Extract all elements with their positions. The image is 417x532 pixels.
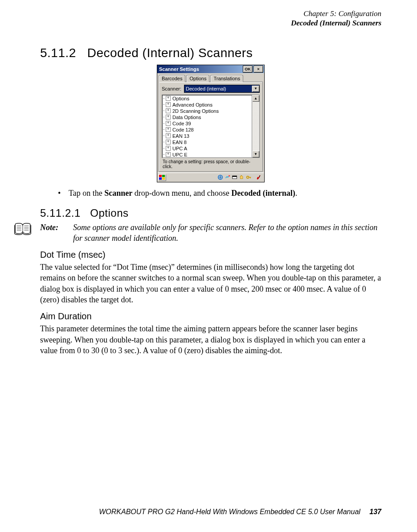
scroll-down-icon[interactable]: ▼: [252, 151, 259, 157]
close-button[interactable]: ×: [253, 66, 263, 73]
hand-icon: [239, 174, 245, 180]
svg-rect-3: [233, 176, 237, 177]
system-tray: [216, 174, 263, 181]
windows-flag-icon: [159, 175, 165, 180]
page-footer: WORKABOUT PRO G2 Hand-Held With Windows …: [99, 508, 381, 516]
subsection-title: Options: [90, 207, 128, 219]
instruction-text: Tap on the Scanner drop-down menu, and c…: [69, 189, 381, 198]
tab-translations[interactable]: Translations: [210, 75, 243, 82]
subsection-num: 5.11.2.1: [40, 207, 81, 219]
section-title: Decoded (Internal) Scanners: [87, 46, 253, 60]
tab-barcodes[interactable]: Barcodes: [159, 75, 185, 82]
svg-point-4: [247, 176, 249, 178]
globe-icon: [217, 174, 223, 180]
tree-item[interactable]: +Code 39: [162, 120, 252, 127]
tree-item[interactable]: +UPC A: [162, 145, 252, 152]
scanner-dropdown[interactable]: Decoded (internal) ▼: [184, 85, 260, 93]
scanner-settings-dialog: Scanner Settings OK × Barcodes Options T…: [157, 65, 265, 182]
footer-page-number: 137: [369, 508, 381, 516]
header-section: Decoded (Internal) Scanners: [40, 18, 381, 28]
tab-panel: Scanner: Decoded (internal) ▼ +Options +…: [159, 82, 263, 172]
bullet-icon: •: [58, 189, 69, 198]
start-button[interactable]: [158, 174, 166, 181]
section-heading-5-11-2-1: 5.11.2.1 Options: [40, 207, 381, 219]
ok-button[interactable]: OK: [243, 66, 253, 73]
scanner-row: Scanner: Decoded (internal) ▼: [162, 85, 260, 93]
key-icon: [246, 174, 252, 180]
scanner-label: Scanner:: [162, 86, 181, 91]
dialog-titlebar: Scanner Settings OK ×: [157, 65, 264, 73]
header-chapter: Chapter 5: Configuration: [40, 9, 381, 18]
tree-item[interactable]: +Data Options: [162, 114, 252, 120]
note-label: Note:: [40, 222, 66, 233]
tree-item[interactable]: +Advanced Options: [162, 102, 252, 108]
tab-options[interactable]: Options: [186, 75, 209, 82]
paragraph-dot-time: The value selected for “Dot Time (msec)”…: [40, 262, 381, 305]
tree-item[interactable]: +UPC E: [162, 152, 252, 157]
note-block: Note: Some options are available only fo…: [13, 222, 381, 244]
section-heading-5-11-2: 5.11.2 Decoded (Internal) Scanners: [40, 46, 381, 60]
dropdown-arrow-icon: ▼: [252, 86, 259, 92]
tree-item[interactable]: +2D Scanning Options: [162, 108, 252, 114]
taskbar: [157, 173, 264, 182]
connect-icon: [225, 174, 230, 180]
scanner-value: Decoded (internal): [184, 86, 252, 91]
svg-point-1: [229, 175, 230, 177]
tree-item[interactable]: +EAN 8: [162, 139, 252, 145]
footer-manual: WORKABOUT PRO G2 Hand-Held With Windows …: [99, 508, 360, 516]
page-header: Chapter 5: Configuration Decoded (Intern…: [40, 9, 381, 28]
dialog-title: Scanner Settings: [158, 66, 242, 72]
tree-item[interactable]: +Options: [162, 95, 252, 102]
book-icon: [13, 222, 35, 238]
hint-text: To change a setting: press space, or dou…: [162, 158, 260, 169]
card-icon: [232, 174, 237, 180]
paragraph-aim-duration: This parameter determines the total time…: [40, 323, 381, 356]
note-text: Some options are available only for spec…: [73, 222, 381, 244]
tree-item[interactable]: +Code 128: [162, 127, 252, 133]
pen-icon: [256, 174, 262, 180]
instruction-bullet: • Tap on the Scanner drop-down menu, and…: [58, 189, 381, 198]
settings-tree[interactable]: +Options +Advanced Options +2D Scanning …: [162, 95, 260, 158]
section-num: 5.11.2: [40, 46, 76, 60]
tree-scrollbar[interactable]: ▲ ▼: [252, 95, 259, 157]
tree-item[interactable]: +EAN 13: [162, 133, 252, 139]
heading-dot-time: Dot Time (msec): [40, 250, 381, 260]
heading-aim-duration: Aim Duration: [40, 311, 381, 322]
dialog-tabs: Barcodes Options Translations: [159, 75, 263, 82]
scroll-up-icon[interactable]: ▲: [252, 95, 259, 102]
